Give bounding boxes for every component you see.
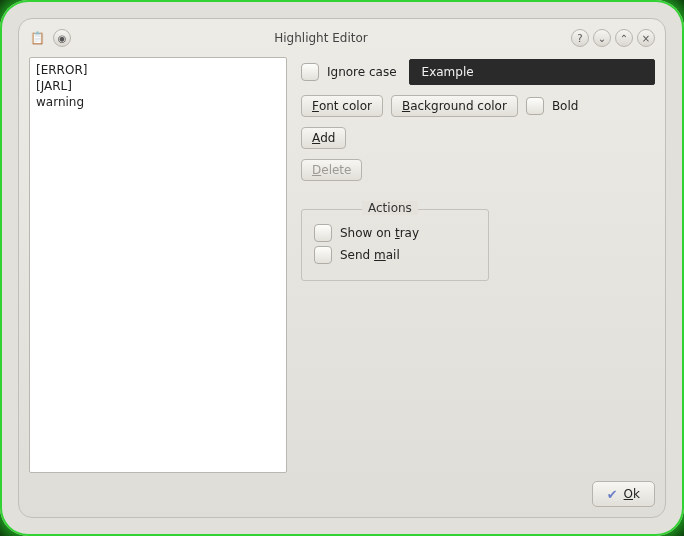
list-item[interactable]: warning <box>36 94 280 110</box>
bold-checkbox[interactable] <box>526 97 544 115</box>
show-on-tray-label: Show on tray <box>340 226 419 240</box>
titlebar: 📋 ◉ Highlight Editor ? ⌄ ⌃ × <box>29 27 655 49</box>
bold-label: Bold <box>552 99 579 113</box>
example-preview: Example <box>409 59 655 85</box>
pin-button[interactable]: ◉ <box>53 29 71 47</box>
highlight-list[interactable]: [ERROR] [JARL] warning <box>29 57 287 473</box>
ignore-case-label: Ignore case <box>327 65 397 79</box>
delete-button[interactable]: Delete <box>301 159 362 181</box>
send-mail-checkbox[interactable] <box>314 246 332 264</box>
font-color-button[interactable]: Font color <box>301 95 383 117</box>
ok-button[interactable]: ✔ Ok <box>592 481 655 507</box>
window-frame: 📋 ◉ Highlight Editor ? ⌄ ⌃ × [ERROR] [JA… <box>18 18 666 518</box>
show-on-tray-checkbox[interactable] <box>314 224 332 242</box>
send-mail-label: Send mail <box>340 248 400 262</box>
window-title: Highlight Editor <box>71 31 571 45</box>
actions-group: Actions Show on tray Send mail <box>301 209 489 281</box>
list-item[interactable]: [JARL] <box>36 78 280 94</box>
actions-group-title: Actions <box>362 201 418 215</box>
app-icon: 📋 <box>29 30 45 46</box>
add-button[interactable]: Add <box>301 127 346 149</box>
help-button[interactable]: ? <box>571 29 589 47</box>
list-item[interactable]: [ERROR] <box>36 62 280 78</box>
ignore-case-checkbox[interactable] <box>301 63 319 81</box>
check-icon: ✔ <box>607 487 618 502</box>
close-button[interactable]: × <box>637 29 655 47</box>
maximize-button[interactable]: ⌃ <box>615 29 633 47</box>
background-color-button[interactable]: Background color <box>391 95 518 117</box>
minimize-button[interactable]: ⌄ <box>593 29 611 47</box>
